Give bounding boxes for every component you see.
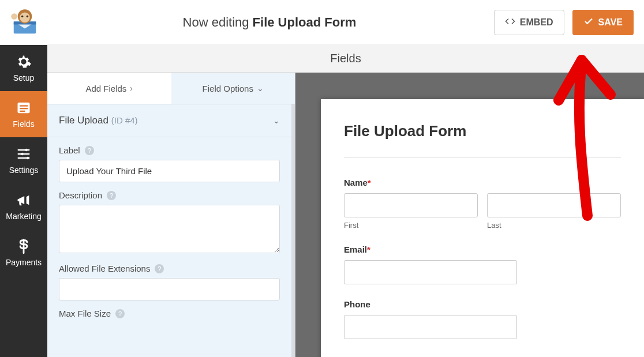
row-label: Label ? [47,137,291,182]
field-email[interactable]: Email* [344,245,621,284]
help-icon[interactable]: ? [85,146,94,155]
svg-rect-11 [20,111,25,112]
rail-label: Fields [13,119,34,129]
rail-label: Setup [13,73,35,82]
svg-point-14 [27,157,29,160]
list-icon [16,100,32,116]
name-label-text: Name [344,178,368,187]
help-icon[interactable]: ? [115,309,125,318]
section-header: Fields [47,45,644,73]
extensions-text: Allowed File Extensions [59,264,150,273]
phone-label: Phone [344,299,621,309]
name-label: Name* [344,178,621,187]
top-bar: Now editing File Upload Form EMBED SAVE [0,0,644,45]
sliders-icon [16,146,32,162]
rail-item-setup[interactable]: Setup [0,45,47,91]
panel-tabs: Add Fields › Field Options ⌄ [47,73,295,104]
editing-prefix: Now editing [183,15,253,29]
editing-title: Now editing File Upload Form [45,15,494,30]
first-sublabel: First [344,221,478,230]
description-title: Description ? [59,190,280,200]
workspace: Setup Fields Settings Marketing Payments… [0,45,644,357]
embed-button[interactable]: EMBED [494,10,564,35]
rail-label: Marketing [6,212,41,221]
first-name-input[interactable] [344,193,478,217]
section-title: Fields [330,52,361,65]
code-icon [505,16,515,29]
label-text: Label [59,145,80,155]
help-icon[interactable]: ? [155,264,164,273]
save-button[interactable]: SAVE [572,10,634,35]
rail-item-fields[interactable]: Fields [0,91,47,137]
svg-point-13 [21,153,24,156]
tab-add-label: Add Fields [85,84,126,93]
required-marker: * [367,245,370,254]
row-description: Description ? [47,182,291,255]
nav-rail: Setup Fields Settings Marketing Payments [0,45,47,357]
chevron-right-icon: › [130,84,133,93]
svg-point-4 [20,12,30,22]
rail-item-settings[interactable]: Settings [0,137,47,183]
save-label: SAVE [598,17,623,28]
svg-point-6 [27,15,29,17]
field-type-title: File Upload (ID #4) [59,115,138,126]
gear-icon [16,54,32,70]
first-name-col: First [344,193,478,230]
dollar-icon [16,238,32,254]
svg-point-7 [11,13,17,20]
tab-add-fields[interactable]: Add Fields › [47,73,171,104]
app-logo [5,6,45,39]
extensions-title: Allowed File Extensions ? [59,264,280,273]
phone-input[interactable] [344,315,517,339]
help-icon[interactable]: ? [107,191,116,200]
rail-item-payments[interactable]: Payments [0,230,47,276]
check-icon [583,16,594,29]
panel-body: File Upload (ID #4) ⌄ Label ? [47,104,295,357]
last-name-col: Last [487,193,621,230]
extensions-input[interactable] [59,278,280,300]
description-input[interactable] [59,205,280,253]
label-title: Label ? [59,145,280,155]
label-input[interactable] [59,160,280,182]
main-area: Fields Add Fields › Field Options ⌄ [47,45,644,357]
field-type-label: File Upload [59,115,108,126]
field-id-label: (ID #4) [111,115,138,125]
last-name-input[interactable] [487,193,621,217]
row-maxsize: Max File Size ? [47,300,291,318]
chevron-down-icon: ⌄ [257,84,264,93]
form-preview[interactable]: File Upload Form Name* First [321,99,644,357]
svg-rect-10 [20,108,28,109]
email-input[interactable] [344,260,517,284]
columns: Add Fields › Field Options ⌄ File Upload… [47,73,644,357]
required-marker: * [368,178,371,187]
tab-field-options[interactable]: Field Options ⌄ [171,73,295,104]
preview-form-title: File Upload Form [344,122,621,140]
bullhorn-icon [16,192,32,208]
editing-form-name: File Upload Form [253,15,357,29]
top-actions: EMBED SAVE [494,10,634,35]
email-label: Email* [344,245,621,254]
last-sublabel: Last [487,221,621,230]
field-options-header[interactable]: File Upload (ID #4) ⌄ [47,104,291,137]
svg-point-5 [21,15,24,17]
options-panel: Add Fields › Field Options ⌄ File Upload… [47,73,295,357]
description-text: Description [59,190,102,200]
rail-label: Payments [6,258,42,267]
svg-rect-9 [20,105,28,106]
divider [344,157,621,158]
embed-label: EMBED [520,17,553,28]
email-label-text: Email [344,245,367,254]
field-name[interactable]: Name* First Last [344,178,621,230]
maxsize-title: Max File Size ? [59,309,280,318]
preview-area: File Upload Form Name* First [295,73,644,357]
rail-label: Settings [9,166,39,175]
name-row: First Last [344,193,621,230]
chevron-down-icon: ⌄ [273,116,280,125]
svg-point-12 [25,149,28,152]
tab-options-label: Field Options [203,84,253,93]
row-extensions: Allowed File Extensions ? [47,255,291,300]
field-phone[interactable]: Phone [344,299,621,339]
maxsize-text: Max File Size [59,309,111,318]
rail-item-marketing[interactable]: Marketing [0,183,47,230]
